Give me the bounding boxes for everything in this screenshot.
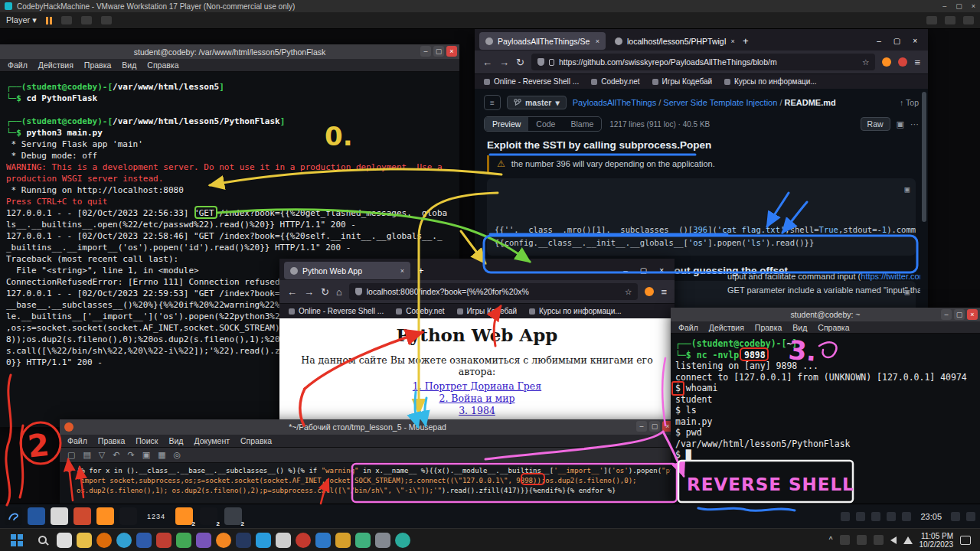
kali-menu-icon[interactable] [5, 507, 22, 525]
network-icon[interactable] [903, 536, 913, 544]
toolbar-icon[interactable]: ↶ [113, 450, 119, 460]
menu-icon[interactable]: ≡ [914, 57, 920, 68]
firefox-icon[interactable]: 2 [175, 507, 193, 525]
unity-icon[interactable] [926, 16, 937, 24]
settings-icon[interactable] [101, 16, 112, 24]
url-bar[interactable]: https://github.com/swisskyrepo/PayloadsA… [531, 54, 876, 70]
toolbar-icon[interactable]: ▦ [158, 450, 165, 460]
tab-localhost-phptwig[interactable]: localhost/lesson5/PHPTwigI × [609, 32, 735, 50]
pinned-app-icon[interactable] [315, 533, 331, 548]
bookmark-item[interactable]: Курсы по информаци... [529, 307, 622, 315]
menu-item[interactable]: Файл [678, 323, 698, 332]
fullscreen-icon[interactable] [945, 16, 956, 24]
tray-icon[interactable] [840, 535, 850, 545]
extension-icon[interactable] [645, 287, 654, 296]
toolbar-icon[interactable]: ▽ [99, 450, 105, 460]
menu-item[interactable]: Вид [792, 323, 807, 332]
tray-icon[interactable] [857, 535, 867, 545]
ctrl-alt-del-icon[interactable] [61, 16, 72, 24]
pinned-app-icon[interactable] [296, 533, 311, 548]
search-icon[interactable] [38, 536, 47, 544]
notifications-icon[interactable] [951, 512, 960, 521]
file-tab-code[interactable]: Code [528, 117, 563, 131]
menu-item[interactable]: Файл [67, 436, 87, 445]
menu-item[interactable]: Вид [168, 436, 183, 445]
close-tab-icon[interactable]: × [731, 37, 735, 45]
close-tab-icon[interactable]: × [596, 37, 599, 45]
close-icon[interactable]: × [446, 46, 457, 57]
menu-item[interactable]: Правка [755, 323, 782, 332]
home-icon[interactable]: ⌂ [336, 286, 342, 298]
volume-icon[interactable] [890, 536, 897, 544]
maximize-icon[interactable]: ▢ [893, 37, 900, 45]
close-icon[interactable]: × [967, 309, 978, 320]
sidebar-toggle-icon[interactable]: ≡ [484, 95, 501, 110]
tab-python-web-app[interactable]: Python Web App × [284, 262, 410, 279]
tray-icon[interactable] [841, 512, 850, 521]
minimize-icon[interactable]: – [941, 309, 952, 320]
terminal-icon[interactable]: 2 [200, 507, 217, 525]
copy-icon[interactable]: ▣ [897, 119, 904, 129]
menu-item[interactable]: Действия [709, 323, 744, 332]
menu-item[interactable]: Правка [98, 436, 125, 445]
vscode-icon[interactable] [256, 533, 271, 548]
menu-item[interactable]: Справка [818, 323, 849, 332]
file-tab-blame[interactable]: Blame [563, 117, 601, 131]
url-bar[interactable]: localhost:8080/index?book={%%20for%20x% … [349, 283, 639, 300]
branch-selector[interactable]: master ▾ [507, 96, 567, 109]
reload-icon[interactable]: ↻ [516, 57, 524, 68]
toolbar-icon[interactable]: ▤ [83, 450, 90, 460]
mousepad-icon[interactable] [74, 507, 91, 525]
menu-item[interactable]: Правка [84, 60, 111, 70]
bookmark-item[interactable]: Online - Reverse Shell ... [289, 307, 384, 315]
menu-item[interactable]: Вид [122, 60, 136, 70]
library-icon[interactable] [963, 16, 974, 24]
file-explorer-icon[interactable] [77, 533, 92, 548]
menu-item[interactable]: Файл [8, 60, 28, 70]
menu-item[interactable]: Действия [38, 60, 74, 70]
bookmark-item[interactable]: Игры Кодебай [457, 307, 517, 315]
vm-clock[interactable]: 23:05 [920, 512, 942, 521]
bookmark-item[interactable]: Codeby.net [591, 77, 639, 86]
bookmark-item[interactable]: Курсы по информаци... [724, 77, 817, 86]
pinned-app-icon[interactable] [276, 533, 291, 548]
bookmark-item[interactable]: Игры Кодебай [652, 77, 712, 86]
book-link[interactable]: 1. Портрет Дориана Грея [287, 380, 667, 393]
new-tab-button[interactable]: + [738, 35, 753, 47]
window-titlebar[interactable]: student@codeby: ~ – ▢ × [671, 308, 980, 321]
close-icon[interactable]: × [972, 2, 975, 10]
tray-icon[interactable] [874, 535, 884, 545]
maximize-icon[interactable]: ▢ [649, 421, 660, 432]
pinned-app-icon[interactable] [57, 533, 72, 548]
bookmark-star-icon[interactable]: ☆ [862, 57, 869, 67]
minimize-icon[interactable]: – [877, 37, 881, 45]
network-icon[interactable] [871, 512, 880, 521]
pinned-app-icon[interactable] [335, 533, 351, 548]
start-button[interactable] [11, 534, 23, 546]
window-titlebar[interactable]: student@codeby: /var/www/html/lesson5/Py… [0, 44, 459, 59]
tray-expand-icon[interactable]: ^ [829, 536, 833, 544]
minimize-icon[interactable]: – [942, 2, 946, 10]
terminal-output[interactable]: ┌──(student@codeby)-[~]└─$ nc -nvlp 9898… [671, 334, 980, 504]
close-tab-icon[interactable]: × [400, 267, 404, 275]
menu-item[interactable]: Справка [147, 60, 178, 70]
bookmark-item[interactable]: Online - Reverse Shell ... [484, 77, 579, 86]
forward-icon[interactable]: → [499, 57, 509, 68]
back-to-top-link[interactable]: ↑ Top [900, 98, 919, 107]
pause-icon[interactable] [46, 17, 52, 24]
toolbar-icon[interactable]: ◎ [174, 450, 181, 460]
window-titlebar[interactable]: *~/Рабочий стол/tmp_lesson_5 - Mousepad … [60, 419, 675, 435]
raw-button[interactable]: Raw [861, 117, 890, 131]
forward-icon[interactable]: → [304, 286, 314, 298]
minimize-icon[interactable]: – [420, 46, 431, 57]
pinned-app-icon[interactable] [236, 533, 251, 548]
snapshot-icon[interactable] [81, 16, 92, 24]
menu-item[interactable]: Справка [240, 436, 272, 445]
twitter-link[interactable]: https://twitter.com/SecGus [861, 272, 920, 281]
close-icon[interactable]: × [659, 266, 664, 275]
minimize-icon[interactable]: – [623, 266, 628, 275]
toolbar-icon[interactable]: ↷ [128, 450, 135, 460]
telegram-icon[interactable] [116, 533, 132, 548]
menu-item[interactable]: Поиск [136, 436, 158, 445]
minimize-icon[interactable]: – [636, 421, 647, 432]
